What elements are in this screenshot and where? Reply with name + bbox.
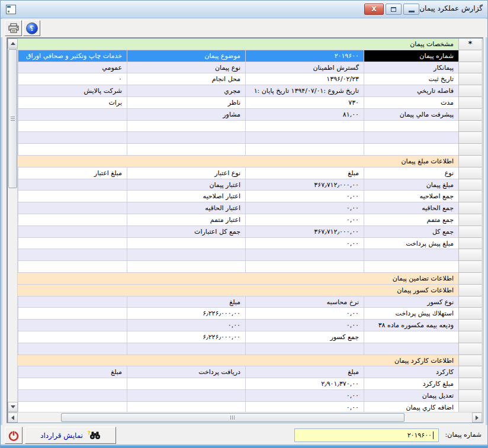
- grid-cell[interactable]: [127, 144, 245, 156]
- grid-cell[interactable]: مبلغ پیش پرداخت: [364, 238, 458, 250]
- grid-cell[interactable]: محل انجام: [127, 73, 245, 85]
- grid-cell[interactable]: [18, 402, 127, 412]
- horizontal-scroll-thumb[interactable]: [61, 413, 404, 422]
- grid-cell[interactable]: نوع کسور: [364, 296, 458, 308]
- grid-cell[interactable]: تعدیل پیمان: [364, 390, 458, 402]
- grid-cell[interactable]: [364, 343, 458, 355]
- grid-cell[interactable]: [127, 402, 245, 412]
- grid-cell[interactable]: ۰,۰۰: [245, 308, 364, 320]
- grid-cell[interactable]: [18, 144, 127, 156]
- grid-cell[interactable]: ۰,۰۰: [245, 402, 364, 412]
- grid-cell[interactable]: جمع کل اعتبارات: [127, 226, 245, 238]
- grid-cell[interactable]: [127, 238, 245, 250]
- grid-cell[interactable]: [245, 261, 364, 273]
- grid-cell[interactable]: [18, 378, 127, 390]
- grid-cell[interactable]: [18, 238, 127, 250]
- horizontal-scrollbar[interactable]: [8, 412, 482, 422]
- close-button[interactable]: X: [364, 4, 384, 15]
- grid-cell[interactable]: دریافت پرداخت: [127, 366, 245, 378]
- grid-cell[interactable]: [18, 214, 127, 226]
- grid-cell[interactable]: نرخ محاسبه: [245, 296, 364, 308]
- grid-cell[interactable]: [245, 249, 364, 261]
- grid-cell[interactable]: ۳۶۷٫۷۱۲٫۰۰۰,۰۰: [245, 179, 364, 191]
- maximize-button[interactable]: [386, 4, 402, 15]
- grid-cell[interactable]: [18, 261, 127, 273]
- grid-cell[interactable]: [18, 308, 127, 320]
- grid-cell[interactable]: مبلغ اعتبار: [18, 167, 127, 179]
- grid-cell[interactable]: [18, 331, 127, 343]
- grid-cell[interactable]: [18, 343, 127, 355]
- grid-cell[interactable]: [18, 320, 127, 331]
- grid-cell[interactable]: گسترش اطمینان: [245, 62, 364, 74]
- grid-cell[interactable]: ۱۳۹۶/۰۲/۲۳: [245, 73, 364, 85]
- grid-cell[interactable]: مشاور: [127, 109, 245, 121]
- grid-cell[interactable]: [245, 132, 364, 144]
- grid-cell[interactable]: جمع متمم: [364, 214, 458, 226]
- grid-cell[interactable]: [127, 261, 245, 273]
- grid-cell[interactable]: نوع: [364, 167, 458, 179]
- grid-cell[interactable]: [245, 121, 364, 133]
- grid-cell[interactable]: عمومي: [18, 62, 127, 74]
- grid-cell[interactable]: ۰: [18, 73, 127, 85]
- grid-cell[interactable]: [127, 390, 245, 402]
- scroll-left-button[interactable]: [8, 412, 18, 423]
- grid-cell[interactable]: ۶٫۲۲۶٫۰۰۰,۰۰: [127, 308, 245, 320]
- grid-cell[interactable]: جمع الحاقیه: [364, 202, 458, 214]
- grid-cell[interactable]: اعتبار پیمان: [127, 179, 245, 191]
- grid-cell[interactable]: پیمانکار: [364, 62, 458, 74]
- scroll-right-button[interactable]: [472, 412, 482, 423]
- scroll-up-button[interactable]: [8, 38, 18, 49]
- grid-cell[interactable]: تاریخ ثبت: [364, 73, 458, 85]
- grid-cell[interactable]: مدت: [364, 97, 458, 109]
- grid-cell[interactable]: [364, 132, 458, 144]
- grid-cell[interactable]: [364, 144, 458, 156]
- grid-cell[interactable]: مجري: [127, 85, 245, 97]
- grid-cell[interactable]: نوع پیمان: [127, 62, 245, 74]
- grid-cell[interactable]: جمع اصلاحیه: [364, 191, 458, 202]
- grid-cell[interactable]: اعتبار اصلاحیه: [127, 191, 245, 202]
- grid-cell[interactable]: [127, 343, 245, 355]
- grid-cell[interactable]: [127, 249, 245, 261]
- grid-cell[interactable]: اضافه کاري پیمان: [364, 402, 458, 412]
- grid-cell[interactable]: [18, 202, 127, 214]
- grid-cell[interactable]: ۶٫۲۲۶٫۰۰۰,۰۰: [127, 331, 245, 343]
- grid-cell[interactable]: ودیعه بیمه مکسوره ماده ۳۸: [364, 320, 458, 331]
- grid-cell[interactable]: ۰,۰۰: [245, 214, 364, 226]
- grid-cell[interactable]: خدمات چاپ وتکثیر و صحافي اوراق: [18, 50, 127, 62]
- grid-cell[interactable]: [364, 261, 458, 273]
- grid-cell[interactable]: [18, 390, 127, 402]
- grid-cell[interactable]: [127, 378, 245, 390]
- grid-cell[interactable]: شرکت پالایش: [18, 85, 127, 97]
- vertical-scroll-thumb[interactable]: [8, 49, 17, 188]
- grid-cell[interactable]: ۰,۰۰: [127, 320, 245, 331]
- grid-cell[interactable]: ۷۳۰: [245, 97, 364, 109]
- grid-cell[interactable]: [18, 226, 127, 238]
- grid-cell[interactable]: کارکرد: [364, 366, 458, 378]
- grid-cell[interactable]: مبلغ: [18, 366, 127, 378]
- grid-cell[interactable]: نوع اعتبار: [127, 167, 245, 179]
- grid-cell[interactable]: ۰,۰۰: [245, 320, 364, 331]
- grid-cell[interactable]: ۲٫۹۰۱٫۳۷۰,۰۰: [245, 378, 364, 390]
- grid-cell[interactable]: ۰,۰۰: [245, 238, 364, 250]
- grid-cell[interactable]: جمع کسور: [245, 331, 364, 343]
- grid-cell[interactable]: [245, 144, 364, 156]
- active-cell[interactable]: شماره پیمان: [364, 50, 458, 62]
- grid-cell[interactable]: ۰,۰۰: [245, 390, 364, 402]
- grid-cell[interactable]: ۸۱,۰۰: [245, 109, 364, 121]
- grid-cell[interactable]: ۰,۰۰: [245, 202, 364, 214]
- grid-cell[interactable]: فاصله تاریخي: [364, 85, 458, 97]
- grid-cell[interactable]: ۳۶۷٫۷۱۲٫۰۰۰,۰۰: [245, 226, 364, 238]
- vertical-scrollbar[interactable]: [8, 38, 18, 412]
- grid-cell[interactable]: اعتبار متمم: [127, 214, 245, 226]
- grid-cell[interactable]: ۰,۰۰: [245, 191, 364, 202]
- scroll-down-button[interactable]: [8, 402, 18, 412]
- grid-cell[interactable]: مبلغ: [127, 296, 245, 308]
- minimize-button[interactable]: [403, 4, 419, 15]
- grid-cell[interactable]: اعتبار الحاقیه: [127, 202, 245, 214]
- grid-cell[interactable]: [18, 249, 127, 261]
- grid-cell[interactable]: [18, 296, 127, 308]
- print-button[interactable]: [5, 20, 22, 36]
- grid-cell[interactable]: مبلغ کارکرد: [364, 378, 458, 390]
- help-button[interactable]: ؟: [23, 20, 40, 36]
- grid-cell[interactable]: [18, 191, 127, 202]
